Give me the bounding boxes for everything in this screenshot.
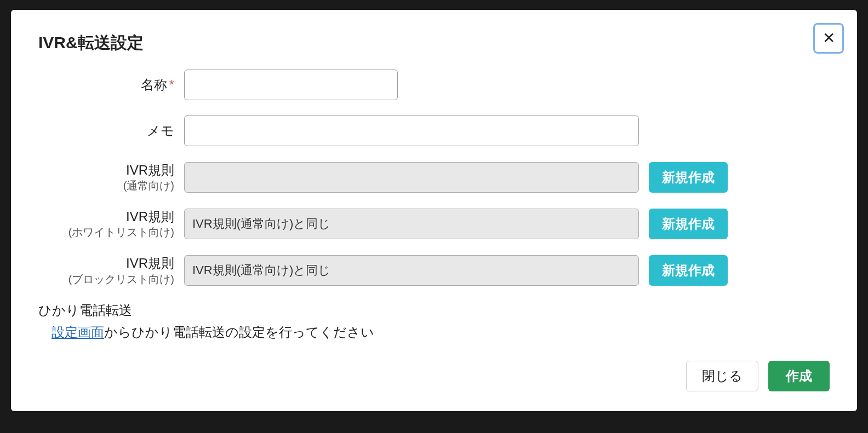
hikari-settings-link[interactable]: 設定画面 <box>52 325 104 339</box>
memo-input[interactable] <box>184 116 639 146</box>
memo-row: メモ <box>38 116 830 146</box>
hikari-help-text: 設定画面からひかり電話転送の設定を行ってください <box>52 324 830 341</box>
close-modal-button[interactable]: 閉じる <box>686 361 758 391</box>
modal-header: IVR&転送設定 ✕ <box>38 32 830 70</box>
ivr-blocklist-new-button[interactable]: 新規作成 <box>649 255 728 286</box>
modal-title: IVR&転送設定 <box>38 32 144 54</box>
ivr-whitelist-row: IVR規則 (ホワイトリスト向け) IVR規則(通常向け)と同じ 新規作成 <box>38 208 830 239</box>
ivr-blocklist-label: IVR規則 (ブロックリスト向け) <box>38 255 174 286</box>
ivr-whitelist-label: IVR規則 (ホワイトリスト向け) <box>38 208 174 239</box>
hikari-section-title: ひかり電話転送 <box>38 302 830 319</box>
ivr-whitelist-new-button[interactable]: 新規作成 <box>649 209 728 239</box>
create-button[interactable]: 作成 <box>768 361 830 391</box>
name-input[interactable] <box>184 70 398 100</box>
name-row: 名称* <box>38 70 830 100</box>
ivr-settings-modal: IVR&転送設定 ✕ 名称* メモ IVR規則 (通常向け) 新規作成 IVR規… <box>11 10 857 411</box>
close-button[interactable]: ✕ <box>813 23 844 54</box>
ivr-normal-label: IVR規則 (通常向け) <box>38 161 174 193</box>
modal-footer: 閉じる 作成 <box>38 361 830 391</box>
ivr-normal-select[interactable] <box>184 162 639 193</box>
ivr-normal-row: IVR規則 (通常向け) 新規作成 <box>38 161 830 193</box>
ivr-blocklist-row: IVR規則 (ブロックリスト向け) IVR規則(通常向け)と同じ 新規作成 <box>38 255 830 286</box>
required-mark: * <box>169 77 174 92</box>
ivr-normal-new-button[interactable]: 新規作成 <box>649 162 728 193</box>
ivr-blocklist-select[interactable]: IVR規則(通常向け)と同じ <box>184 255 639 286</box>
close-icon: ✕ <box>823 31 835 46</box>
memo-label: メモ <box>38 122 174 139</box>
name-label: 名称* <box>38 76 174 93</box>
ivr-whitelist-select[interactable]: IVR規則(通常向け)と同じ <box>184 209 639 239</box>
